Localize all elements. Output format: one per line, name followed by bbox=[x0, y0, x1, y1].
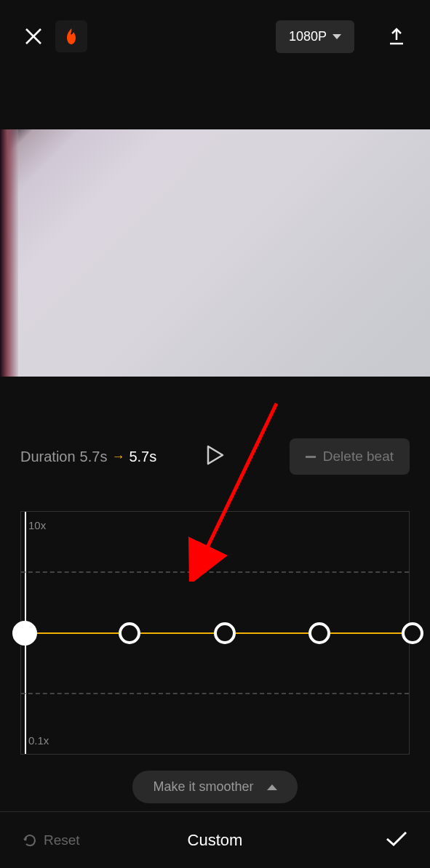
flame-button[interactable] bbox=[55, 20, 87, 52]
video-preview[interactable] bbox=[0, 129, 430, 377]
beat-point-2[interactable] bbox=[214, 622, 236, 644]
beat-point-3[interactable] bbox=[308, 622, 330, 644]
graph-min-label: 0.1x bbox=[28, 734, 49, 747]
chevron-down-icon bbox=[333, 34, 341, 39]
confirm-button[interactable] bbox=[385, 830, 408, 851]
play-icon bbox=[207, 445, 224, 465]
mode-label: Custom bbox=[188, 831, 243, 850]
duration-row: Duration 5.7s → 5.7s Delete beat bbox=[20, 438, 410, 475]
reset-icon bbox=[22, 832, 38, 848]
svg-marker-4 bbox=[208, 446, 223, 464]
flame-icon bbox=[63, 27, 79, 46]
export-icon bbox=[387, 27, 406, 46]
delete-beat-label: Delete beat bbox=[323, 449, 394, 465]
minus-icon bbox=[306, 456, 316, 458]
play-button[interactable] bbox=[207, 445, 224, 468]
duration-old-value: 5.7s bbox=[80, 449, 108, 465]
check-icon bbox=[385, 830, 408, 848]
graph-max-label: 10x bbox=[28, 519, 46, 531]
resolution-label: 1080P bbox=[289, 29, 327, 44]
duration-label: Duration bbox=[20, 449, 76, 465]
grid-line bbox=[21, 693, 409, 694]
reset-button[interactable]: Reset bbox=[22, 832, 80, 848]
close-button[interactable] bbox=[22, 25, 45, 48]
beat-point-1[interactable] bbox=[119, 622, 140, 644]
bottom-bar: Reset Custom bbox=[0, 811, 430, 868]
reset-label: Reset bbox=[44, 832, 80, 848]
close-icon bbox=[24, 27, 43, 46]
beat-point-4[interactable] bbox=[402, 622, 423, 644]
speed-curve-graph[interactable]: 10x 0.1x bbox=[20, 511, 410, 755]
export-button[interactable] bbox=[385, 25, 408, 48]
resolution-selector[interactable]: 1080P bbox=[276, 20, 354, 53]
grid-line bbox=[21, 571, 409, 573]
header-bar: 1080P bbox=[0, 0, 430, 73]
speed-controls: Duration 5.7s → 5.7s Delete beat 10x 0.1… bbox=[0, 377, 430, 803]
smoother-button[interactable]: Make it smoother bbox=[132, 771, 297, 803]
duration-info: Duration 5.7s → 5.7s bbox=[20, 449, 156, 465]
arrow-icon: → bbox=[111, 449, 124, 465]
delete-beat-button[interactable]: Delete beat bbox=[290, 438, 410, 475]
chevron-up-icon bbox=[267, 784, 277, 790]
duration-new-value: 5.7s bbox=[129, 449, 156, 465]
smoother-label: Make it smoother bbox=[153, 779, 253, 795]
beat-point-0[interactable] bbox=[12, 621, 37, 646]
